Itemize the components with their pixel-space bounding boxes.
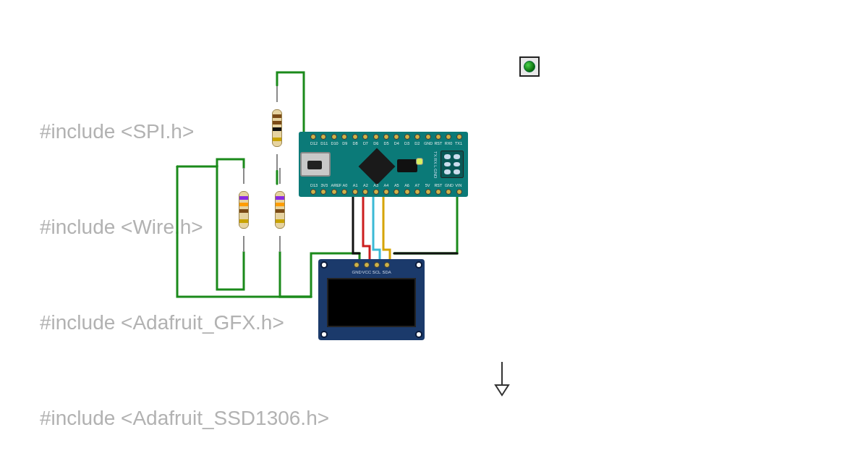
usb-port-icon	[300, 152, 331, 177]
nano-labels-bot: D133V3AREFA0A1A2A3A4A5A6A75VRSTGNDVIN	[310, 183, 462, 187]
nano-pin[interactable]	[456, 134, 462, 140]
nano-pin-label: D9	[341, 141, 349, 145]
nano-pin[interactable]	[383, 189, 389, 195]
nano-pin[interactable]	[393, 189, 399, 195]
resistor[interactable]	[272, 102, 282, 154]
nano-pin-label: VIN	[455, 183, 462, 187]
resistor[interactable]	[275, 184, 285, 236]
nano-pin-label: 3V3	[320, 183, 328, 187]
nano-pin[interactable]	[446, 189, 451, 195]
nano-pin[interactable]	[404, 134, 410, 140]
nano-pin-label: RST	[434, 141, 441, 145]
oled-display[interactable]: GND VCC SCL SDA	[318, 259, 425, 340]
svg-marker-1	[495, 385, 509, 395]
nano-pin[interactable]	[425, 189, 431, 195]
nano-pin[interactable]	[446, 134, 451, 140]
resistor[interactable]	[239, 184, 249, 236]
nano-pin-label: D3	[404, 141, 411, 145]
nano-pin-label: TX1	[455, 141, 462, 145]
nano-pin-label: D6	[373, 141, 380, 145]
nano-pin-label: A4	[383, 183, 390, 187]
nano-pin-label: A5	[393, 183, 400, 187]
nano-pin-label: D2	[414, 141, 421, 145]
nano-pin-label: D7	[362, 141, 369, 145]
oled-screen	[327, 278, 416, 327]
push-button[interactable]	[519, 56, 540, 77]
nano-pin-label: GND	[424, 141, 431, 145]
nano-pin[interactable]	[414, 189, 420, 195]
nano-pin[interactable]	[373, 189, 379, 195]
nano-pin-label: A6	[404, 183, 411, 187]
nano-pin-label: D5	[383, 141, 390, 145]
nano-pin-label: 5V	[424, 183, 431, 187]
nano-pin[interactable]	[362, 134, 368, 140]
nano-pin[interactable]	[352, 189, 358, 195]
oled-pin-labels: GND VCC SCL SDA	[352, 270, 391, 274]
nano-pin[interactable]	[404, 189, 410, 195]
nano-pin-label: RX0	[445, 141, 452, 145]
nano-pin-label: D10	[331, 141, 339, 145]
nano-pin-label: RST	[434, 183, 441, 187]
mcu-chip-icon	[359, 148, 396, 185]
oled-header-pins	[354, 262, 390, 268]
txrx-label: TX RX L GND	[426, 151, 438, 180]
nano-pin[interactable]	[373, 134, 379, 140]
code-line: #include <Adafruit_SSD1306.h>	[40, 402, 785, 434]
nano-pins-bot	[310, 189, 462, 195]
nano-pin-label: D8	[352, 141, 359, 145]
nano-pin[interactable]	[352, 134, 358, 140]
nano-pin-label: A2	[362, 183, 369, 187]
nano-pin[interactable]	[456, 189, 462, 195]
mount-hole-icon	[415, 261, 422, 269]
nano-pin[interactable]	[331, 189, 337, 195]
nano-pins-top	[310, 134, 462, 140]
nano-pin[interactable]	[383, 134, 389, 140]
arrow-down-icon	[492, 362, 512, 397]
nano-pin-label: D12	[310, 141, 318, 145]
code-line: #include <Wire.h>	[40, 211, 785, 243]
nano-pin[interactable]	[320, 134, 326, 140]
nano-pin[interactable]	[435, 134, 441, 140]
nano-pin-label: GND	[445, 183, 452, 187]
nano-pin[interactable]	[425, 134, 431, 140]
nano-pin[interactable]	[341, 189, 347, 195]
button-cap-icon	[524, 61, 535, 72]
nano-labels-top: D12D11D10D9D8D7D6D5D4D3D2GNDRSTRX0TX1	[310, 141, 462, 145]
nano-pin-label: D11	[320, 141, 328, 145]
mount-hole-icon	[320, 331, 328, 338]
nano-pin[interactable]	[362, 189, 368, 195]
nano-pin[interactable]	[320, 189, 326, 195]
nano-pin-label: AREF	[331, 183, 339, 187]
nano-pin[interactable]	[310, 134, 316, 140]
nano-pin[interactable]	[331, 134, 337, 140]
mount-hole-icon	[320, 261, 328, 269]
nano-pin[interactable]	[310, 189, 316, 195]
arduino-nano[interactable]: TX RX L GND D12D11D10D9D8D7D6D5D4D3D2GND…	[299, 132, 468, 197]
nano-pin[interactable]	[414, 134, 420, 140]
nano-pin-label: A0	[341, 183, 349, 187]
nano-pin-label: A3	[373, 183, 380, 187]
smd-component-icon	[397, 159, 417, 172]
nano-pin[interactable]	[393, 134, 399, 140]
nano-pin-label: A7	[414, 183, 421, 187]
nano-pin-label: D4	[393, 141, 400, 145]
mount-hole-icon	[415, 331, 422, 338]
icsp-header	[441, 151, 464, 178]
code-overlay: #include <SPI.h> #include <Wire.h> #incl…	[40, 52, 785, 456]
nano-pin-label: D13	[310, 183, 318, 187]
nano-pin[interactable]	[341, 134, 347, 140]
nano-pin-label: A1	[352, 183, 359, 187]
power-led-icon	[416, 158, 423, 165]
nano-pin[interactable]	[435, 189, 441, 195]
